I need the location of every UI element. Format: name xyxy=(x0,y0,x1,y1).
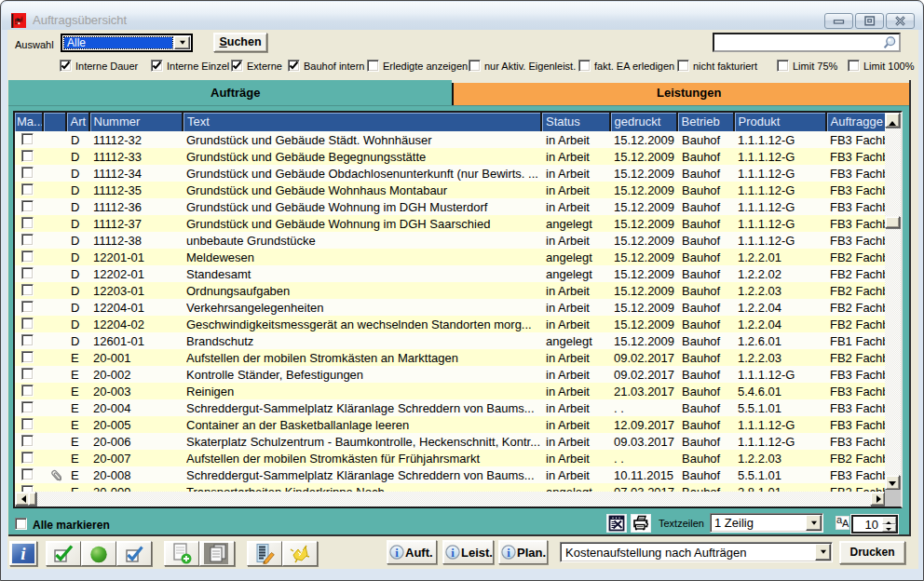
svg-text:i: i xyxy=(451,546,455,560)
svg-text:i: i xyxy=(507,546,510,560)
svg-text:i: i xyxy=(395,546,399,560)
